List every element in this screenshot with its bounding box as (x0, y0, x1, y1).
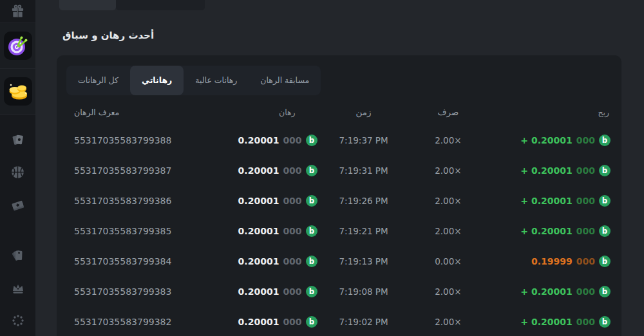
bet-amount-muted: 000 (283, 135, 301, 145)
page-title: أحدث رهان و سباق (62, 30, 154, 41)
bet-amount-cell: 0.20001000 b (219, 135, 317, 146)
bets-card: كل الرهانات رهاناتي رهانات عالية مسابقة … (57, 55, 621, 336)
bet-id-cell: 55317035583799387 (66, 165, 219, 176)
bet-payout-cell: 2.00× (410, 317, 487, 327)
bet-amount-main: 0.20001 (238, 256, 279, 266)
bet-time-cell: 7:19:37 PM (317, 135, 410, 145)
coin-b-icon: b (306, 195, 317, 207)
bet-profit-cell: 0.19999000 b (486, 256, 612, 267)
bets-tabstrip: كل الرهانات رهاناتي رهانات عالية مسابقة … (66, 66, 321, 95)
sidebar-item-promotions[interactable] (10, 248, 26, 264)
svg-text:b: b (308, 227, 314, 236)
playing-cards-icon (10, 131, 26, 147)
price-tags-icon (10, 248, 26, 264)
coin-b-icon: b (599, 165, 611, 176)
header-time: زمن (317, 107, 410, 117)
profit-value: 0.19999 (531, 256, 573, 266)
bet-amount-main: 0.20001 (238, 196, 279, 206)
bet-profit-cell: + 0.20001000 b (486, 135, 612, 146)
table-row[interactable]: 55317035583799384 0.20001000 b 7:19:13 P… (66, 246, 612, 276)
svg-text:b: b (308, 166, 314, 175)
tab-all-bets[interactable]: كل الرهانات (66, 66, 130, 95)
coin-b-icon: b (306, 316, 317, 328)
table-header: معرف الرهان رهان زمن صرف ربح (66, 95, 612, 125)
main-content: أحدث رهان و سباق كل الرهانات رهاناتي رها… (35, 0, 644, 336)
profit-value: + 0.20001 (520, 165, 572, 176)
coin-b-icon: b (306, 256, 317, 267)
bet-amount-muted: 000 (283, 196, 301, 206)
table-row[interactable]: 55317035583799387 0.20001000 b 7:19:31 P… (66, 155, 612, 185)
tab-high-bets[interactable]: رهانات عالية (184, 66, 249, 95)
svg-text:b: b (602, 166, 607, 175)
svg-text:b: b (602, 317, 607, 326)
profit-value: + 0.20001 (520, 317, 572, 327)
svg-text:b: b (308, 196, 314, 205)
table-row[interactable]: 55317035583799383 0.20001000 b 7:19:08 P… (66, 276, 612, 306)
profit-value-muted: 000 (576, 256, 595, 266)
coin-b-icon: b (306, 135, 317, 146)
sidebar-bottom (0, 248, 35, 336)
sidebar-nav (0, 115, 35, 213)
profit-value-muted: 000 (576, 317, 595, 327)
coin-b-icon: b (306, 286, 317, 297)
bet-time-cell: 7:19:08 PM (317, 286, 410, 297)
sidebar (0, 0, 35, 336)
gold-coins-icon (6, 79, 30, 104)
sidebar-item-vip[interactable] (10, 281, 26, 296)
coin-b-icon: b (599, 135, 611, 146)
bet-amount-cell: 0.20001000 b (219, 195, 317, 207)
bet-id-cell: 55317035583799388 (66, 135, 219, 145)
sidebar-item-more[interactable] (10, 313, 26, 328)
profit-value: + 0.20001 (520, 286, 572, 297)
table-row[interactable]: 55317035583799382 0.20001000 b 7:19:02 P… (66, 306, 612, 336)
bet-id-cell: 55317035583799386 (66, 196, 219, 206)
bet-id-cell: 55317035583799385 (66, 226, 219, 236)
svg-text:b: b (602, 257, 607, 266)
sidebar-item-darts-game[interactable] (4, 32, 32, 60)
crown-icon (10, 281, 26, 296)
bet-amount-cell: 0.20001000 b (219, 256, 317, 267)
svg-text:b: b (602, 227, 607, 236)
bet-amount-muted: 000 (283, 286, 301, 297)
sidebar-item-lottery[interactable] (10, 197, 26, 213)
coin-b-icon: b (306, 165, 317, 176)
tab-bet-race[interactable]: مسابقة الرهان (249, 66, 321, 95)
tab-my-bets[interactable]: رهاناتي (130, 66, 184, 95)
bet-id-cell: 55317035583799384 (66, 256, 219, 266)
svg-text:b: b (602, 287, 607, 296)
sidebar-item-gift[interactable] (0, 0, 35, 23)
bet-amount-cell: 0.20001000 b (219, 286, 317, 297)
bet-profit-cell: + 0.20001000 b (486, 316, 612, 328)
bet-payout-cell: 2.00× (410, 165, 487, 176)
bet-amount-muted: 000 (283, 256, 301, 266)
table-row[interactable]: 55317035583799385 0.20001000 b 7:19:21 P… (66, 216, 612, 246)
coin-b-icon: b (306, 225, 317, 237)
sidebar-item-sports[interactable] (10, 164, 26, 180)
svg-text:b: b (602, 136, 607, 145)
header-profit: ربح (486, 107, 612, 117)
table-row[interactable]: 55317035583799388 0.20001000 b 7:19:37 P… (66, 125, 612, 155)
sidebar-item-coins-game[interactable] (4, 77, 32, 106)
profit-value-muted: 000 (576, 165, 595, 176)
bet-payout-cell: 2.00× (410, 226, 487, 236)
table-row[interactable]: 55317035583799386 0.20001000 b 7:19:26 P… (66, 185, 612, 216)
bet-payout-cell: 2.00× (410, 135, 487, 145)
coin-b-icon: b (599, 256, 611, 267)
bet-payout-cell: 2.00× (410, 196, 487, 206)
bet-amount-main: 0.20001 (238, 226, 279, 236)
sidebar-item-casino[interactable] (10, 131, 26, 147)
bet-amount-cell: 0.20001000 b (219, 316, 317, 328)
header-bet: رهان (219, 107, 317, 117)
profit-value-muted: 000 (576, 196, 595, 206)
profit-value-muted: 000 (576, 135, 595, 145)
coin-b-icon: b (599, 225, 611, 237)
bet-time-cell: 7:19:21 PM (317, 226, 410, 236)
bet-amount-main: 0.20001 (238, 286, 279, 297)
header-payout: صرف (410, 107, 487, 117)
profit-value: + 0.20001 (520, 196, 572, 206)
svg-text:b: b (308, 317, 314, 326)
bet-time-cell: 7:19:31 PM (317, 165, 410, 176)
top-partial-tab[interactable] (116, 0, 205, 10)
bet-amount-muted: 000 (283, 165, 301, 176)
top-partial-tab-active[interactable] (59, 0, 116, 10)
